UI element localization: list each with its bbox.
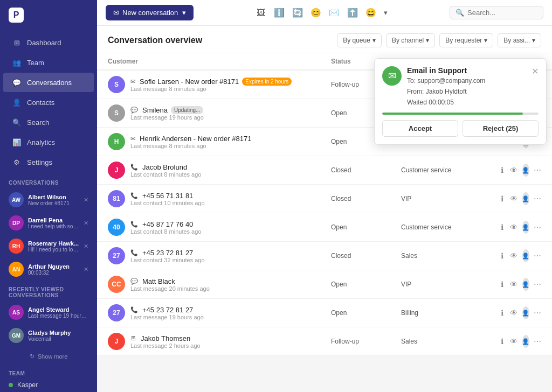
filter-by-requester[interactable]: By requester ▾ bbox=[439, 33, 493, 47]
filter-by-channel[interactable]: By channel ▾ bbox=[386, 33, 435, 47]
customer-cell: S 💬 Smilena Updating... Last message 19 … bbox=[108, 104, 331, 122]
conversation-overview-title: Conversation overview bbox=[108, 36, 202, 45]
info-icon[interactable]: ℹ bbox=[498, 306, 506, 320]
notification-popup: ✉ Email in Support To: support@company.c… bbox=[374, 58, 547, 145]
customer-info: 💬 Smilena Updating... Last message 19 ho… bbox=[130, 106, 204, 121]
filter-channel-label: By channel bbox=[392, 37, 424, 44]
table-row[interactable]: J 📞 Jacob Brolund Last contact 8 minutes… bbox=[97, 156, 552, 185]
conv-close-icon[interactable]: ✕ bbox=[84, 243, 88, 250]
sidebar-item-analytics[interactable]: 📊 Analytics bbox=[3, 132, 94, 152]
table-row[interactable]: J 🖹 Jakob Thomsen Last message 2 hours a… bbox=[97, 327, 552, 356]
sidebar-item-team[interactable]: 👥 Team bbox=[3, 53, 94, 72]
topbar-more-button[interactable]: ▾ bbox=[382, 6, 390, 19]
info-icon[interactable]: ℹ bbox=[498, 334, 506, 348]
active-conversation-item[interactable]: AW Albert Wilson New order #8171 ✕ bbox=[3, 188, 94, 211]
sidebar-item-dashboard[interactable]: ⊞ Dashboard bbox=[3, 33, 94, 52]
notification-icon: ✉ bbox=[382, 66, 402, 86]
active-conversation-item[interactable]: AN Arthur Nguyen 00:03:32 ✕ bbox=[3, 258, 94, 281]
search-input[interactable] bbox=[467, 9, 537, 17]
customer-time: Last message 8 minutes ago bbox=[130, 143, 251, 149]
info-icon[interactable]: ℹ bbox=[498, 220, 506, 234]
customer-name: 📞 +45 23 72 81 27 bbox=[130, 249, 205, 257]
accept-button[interactable]: Accept bbox=[382, 120, 458, 137]
more-icon[interactable]: ⋯ bbox=[534, 192, 541, 206]
conv-close-icon[interactable]: ✕ bbox=[84, 266, 88, 273]
more-icon[interactable]: ⋯ bbox=[534, 334, 541, 348]
show-more-button[interactable]: ↻ Show more bbox=[3, 349, 94, 363]
conversations-section-title: Conversations bbox=[0, 174, 97, 188]
customer-info: 📞 +45 56 71 31 81 Last contact 10 minute… bbox=[130, 192, 205, 206]
info-icon[interactable]: ℹ bbox=[498, 192, 506, 206]
info-icon[interactable]: ℹ bbox=[498, 163, 506, 177]
team-online-list: KasperMadsSmilenaTue bbox=[0, 379, 97, 392]
info-icon[interactable]: ℹ bbox=[498, 249, 506, 263]
sidebar-item-contacts[interactable]: 👤 Contacts bbox=[3, 93, 94, 112]
sidebar-item-settings[interactable]: ⚙ Settings bbox=[3, 152, 94, 172]
conv-info: Darrell Pena I need help with some... bbox=[28, 217, 79, 229]
table-row[interactable]: 40 📞 +45 87 17 76 40 Last contact 8 minu… bbox=[97, 213, 552, 242]
conv-close-icon[interactable]: ✕ bbox=[84, 220, 88, 227]
recent-conversation-item[interactable]: GM Gladys Murphy Voicemail bbox=[3, 324, 94, 347]
topbar-icon-image[interactable]: 🖼 bbox=[253, 5, 268, 20]
filter-by-assignee[interactable]: By assi... ▾ bbox=[498, 33, 541, 47]
table-row[interactable]: 27 📞 +45 23 72 81 27 Last contact 32 min… bbox=[97, 242, 552, 270]
channel-icon: ✉ bbox=[130, 78, 135, 85]
more-icon[interactable]: ⋯ bbox=[534, 220, 541, 234]
sidebar-item-label: Dashboard bbox=[27, 39, 61, 47]
view-icon[interactable]: 👁 bbox=[510, 277, 518, 291]
filter-assignee-label: By assi... bbox=[503, 37, 530, 44]
customer-avatar: H bbox=[108, 133, 125, 150]
view-icon[interactable]: 👁 bbox=[510, 220, 518, 234]
customer-time: Last contact 10 minutes ago bbox=[130, 200, 205, 206]
conv-avatar: GM bbox=[9, 328, 24, 343]
info-icon[interactable]: ℹ bbox=[498, 277, 506, 291]
table-row[interactable]: CC 💬 Matt Black Last message 20 minutes … bbox=[97, 270, 552, 299]
more-icon[interactable]: ⋯ bbox=[534, 306, 541, 320]
view-icon[interactable]: 👁 bbox=[510, 249, 518, 263]
active-conversation-item[interactable]: RH Rosemary Hawk... Hi! I need you to lo… bbox=[3, 235, 94, 257]
conv-name: Angel Steward bbox=[28, 306, 88, 313]
sidebar-item-conversations[interactable]: 💬 Conversations bbox=[3, 73, 94, 92]
more-icon[interactable]: ⋯ bbox=[534, 249, 541, 263]
topbar-icon-refresh[interactable]: 🔄 bbox=[290, 5, 305, 20]
reject-button[interactable]: Reject (25) bbox=[463, 120, 539, 137]
search-icon: 🔍 bbox=[12, 117, 22, 127]
more-icon[interactable]: ⋯ bbox=[534, 163, 541, 177]
customer-time: Last contact 8 minutes ago bbox=[130, 228, 201, 235]
recent-conversation-item[interactable]: AS Angel Steward Last message 19 hours..… bbox=[3, 301, 94, 324]
filter-requester-label: By requester bbox=[445, 37, 482, 44]
topbar-icon-happy[interactable]: 😄 bbox=[363, 5, 378, 20]
topbar-icon-info[interactable]: ℹ️ bbox=[272, 5, 287, 20]
sidebar-item-label: Analytics bbox=[27, 138, 55, 146]
customer-avatar: 27 bbox=[108, 304, 125, 321]
recent-conversations-list: AS Angel Steward Last message 19 hours..… bbox=[0, 300, 97, 347]
topbar-icon-smiley[interactable]: 😊 bbox=[308, 5, 323, 20]
conv-close-icon[interactable]: ✕ bbox=[84, 197, 88, 204]
table-row[interactable]: 27 📞 +45 23 72 81 27 Last message 19 hou… bbox=[97, 299, 552, 327]
topbar-icon-upload[interactable]: ⬆️ bbox=[345, 5, 360, 20]
customer-cell: CC 💬 Matt Black Last message 20 minutes … bbox=[108, 276, 331, 293]
view-icon[interactable]: 👁 bbox=[510, 334, 518, 348]
topbar-icon-email[interactable]: ✉️ bbox=[327, 5, 342, 20]
customer-name: 💬 Smilena Updating... bbox=[130, 106, 204, 114]
customer-name: 📞 +45 56 71 31 81 bbox=[130, 192, 205, 200]
team-member-online[interactable]: Kasper bbox=[0, 379, 97, 391]
filter-by-queue[interactable]: By queue ▾ bbox=[337, 33, 382, 47]
avatar-icon: 👤 bbox=[522, 306, 529, 319]
customer-avatar: S bbox=[108, 104, 125, 122]
new-conversation-button[interactable]: ✉ New conversation ▾ bbox=[106, 5, 194, 20]
channel-icon: 📞 bbox=[130, 221, 138, 228]
table-row[interactable]: 81 📞 +45 56 71 31 81 Last contact 10 min… bbox=[97, 185, 552, 213]
view-icon[interactable]: 👁 bbox=[510, 192, 518, 206]
sidebar: P ⊞ Dashboard 👥 Team 💬 Conversations 👤 C… bbox=[0, 0, 97, 392]
view-icon[interactable]: 👁 bbox=[510, 163, 518, 177]
notification-actions: Accept Reject (25) bbox=[382, 120, 539, 137]
expires-badge: Expires in 2 hours bbox=[242, 78, 292, 86]
more-icon[interactable]: ⋯ bbox=[534, 277, 541, 291]
notification-close-button[interactable]: ✕ bbox=[532, 66, 539, 76]
conv-preview: New order #8171 bbox=[28, 200, 79, 206]
sidebar-item-search[interactable]: 🔍 Search bbox=[3, 113, 94, 132]
view-icon[interactable]: 👁 bbox=[510, 306, 518, 320]
customer-cell: 27 📞 +45 23 72 81 27 Last contact 32 min… bbox=[108, 247, 331, 264]
active-conversation-item[interactable]: DP Darrell Pena I need help with some...… bbox=[3, 212, 94, 234]
